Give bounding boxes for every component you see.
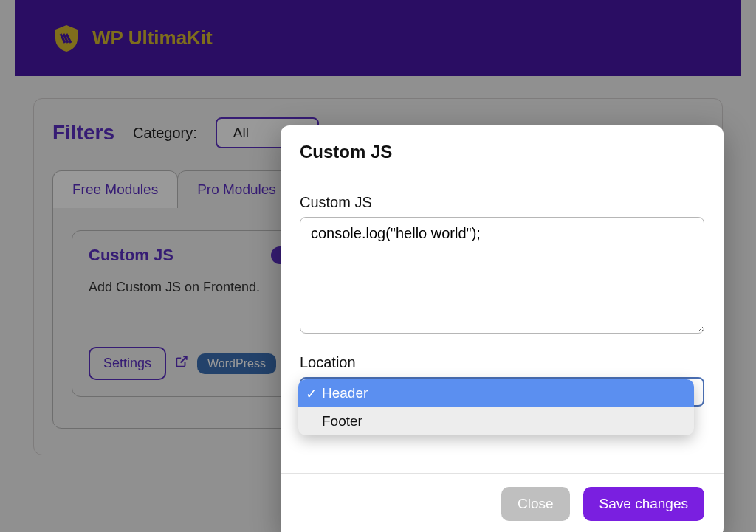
location-dropdown: Header Footer [298,379,694,435]
custom-js-modal: Custom JS Custom JS Location Header Foot… [281,125,724,532]
location-label: Location [300,354,704,371]
location-option-footer[interactable]: Footer [298,407,694,435]
custom-js-label: Custom JS [300,194,704,211]
modal-title: Custom JS [300,142,704,162]
custom-js-textarea[interactable] [300,217,704,334]
save-changes-button[interactable]: Save changes [583,487,704,521]
location-option-header[interactable]: Header [298,379,694,407]
close-button[interactable]: Close [501,487,570,521]
